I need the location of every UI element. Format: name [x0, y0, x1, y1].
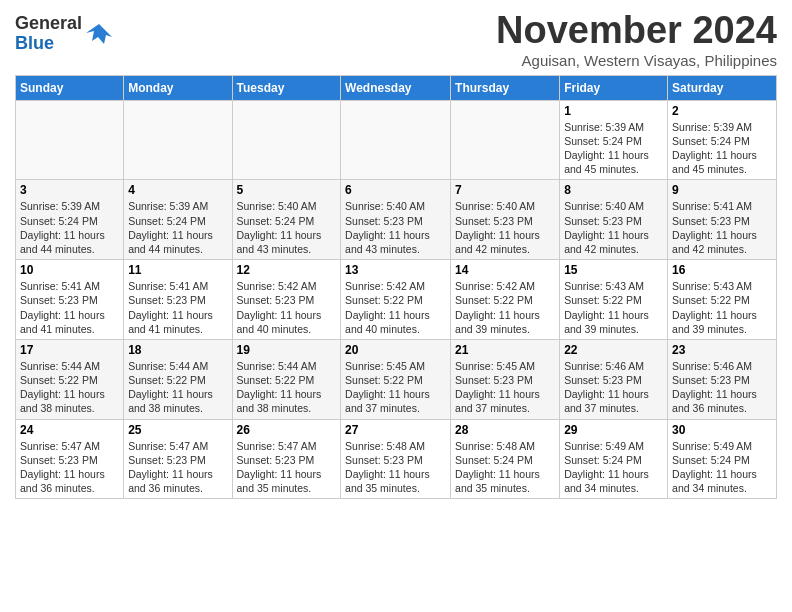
calendar-cell: 12Sunrise: 5:42 AM Sunset: 5:23 PM Dayli…	[232, 260, 341, 340]
day-info: Sunrise: 5:39 AM Sunset: 5:24 PM Dayligh…	[128, 199, 227, 256]
day-number: 21	[455, 343, 555, 357]
day-number: 27	[345, 423, 446, 437]
calendar-cell: 17Sunrise: 5:44 AM Sunset: 5:22 PM Dayli…	[16, 339, 124, 419]
weekday-header-row: SundayMondayTuesdayWednesdayThursdayFrid…	[16, 75, 777, 100]
calendar-cell	[341, 100, 451, 180]
day-info: Sunrise: 5:49 AM Sunset: 5:24 PM Dayligh…	[672, 439, 772, 496]
day-info: Sunrise: 5:41 AM Sunset: 5:23 PM Dayligh…	[128, 279, 227, 336]
calendar-cell: 16Sunrise: 5:43 AM Sunset: 5:22 PM Dayli…	[668, 260, 777, 340]
calendar-week-5: 24Sunrise: 5:47 AM Sunset: 5:23 PM Dayli…	[16, 419, 777, 499]
day-number: 12	[237, 263, 337, 277]
header: General Blue November 2024 Aguisan, West…	[15, 10, 777, 69]
day-info: Sunrise: 5:47 AM Sunset: 5:23 PM Dayligh…	[237, 439, 337, 496]
day-number: 26	[237, 423, 337, 437]
calendar-cell: 24Sunrise: 5:47 AM Sunset: 5:23 PM Dayli…	[16, 419, 124, 499]
day-info: Sunrise: 5:43 AM Sunset: 5:22 PM Dayligh…	[564, 279, 663, 336]
day-number: 19	[237, 343, 337, 357]
day-info: Sunrise: 5:49 AM Sunset: 5:24 PM Dayligh…	[564, 439, 663, 496]
logo-bird-icon	[84, 19, 114, 49]
day-info: Sunrise: 5:45 AM Sunset: 5:23 PM Dayligh…	[455, 359, 555, 416]
calendar-cell: 11Sunrise: 5:41 AM Sunset: 5:23 PM Dayli…	[124, 260, 232, 340]
day-info: Sunrise: 5:47 AM Sunset: 5:23 PM Dayligh…	[128, 439, 227, 496]
svg-marker-0	[86, 24, 112, 44]
logo-general: General	[15, 13, 82, 33]
logo: General Blue	[15, 14, 114, 54]
calendar-body: 1Sunrise: 5:39 AM Sunset: 5:24 PM Daylig…	[16, 100, 777, 498]
calendar-cell: 18Sunrise: 5:44 AM Sunset: 5:22 PM Dayli…	[124, 339, 232, 419]
day-number: 13	[345, 263, 446, 277]
calendar-cell: 15Sunrise: 5:43 AM Sunset: 5:22 PM Dayli…	[560, 260, 668, 340]
day-info: Sunrise: 5:40 AM Sunset: 5:23 PM Dayligh…	[564, 199, 663, 256]
day-info: Sunrise: 5:42 AM Sunset: 5:22 PM Dayligh…	[345, 279, 446, 336]
calendar-cell: 27Sunrise: 5:48 AM Sunset: 5:23 PM Dayli…	[341, 419, 451, 499]
day-number: 3	[20, 183, 119, 197]
day-number: 5	[237, 183, 337, 197]
title-area: November 2024 Aguisan, Western Visayas, …	[496, 10, 777, 69]
day-number: 18	[128, 343, 227, 357]
day-info: Sunrise: 5:48 AM Sunset: 5:23 PM Dayligh…	[345, 439, 446, 496]
day-number: 8	[564, 183, 663, 197]
day-number: 25	[128, 423, 227, 437]
calendar-cell: 30Sunrise: 5:49 AM Sunset: 5:24 PM Dayli…	[668, 419, 777, 499]
calendar-cell: 4Sunrise: 5:39 AM Sunset: 5:24 PM Daylig…	[124, 180, 232, 260]
month-title: November 2024	[496, 10, 777, 52]
day-info: Sunrise: 5:45 AM Sunset: 5:22 PM Dayligh…	[345, 359, 446, 416]
day-info: Sunrise: 5:44 AM Sunset: 5:22 PM Dayligh…	[20, 359, 119, 416]
day-info: Sunrise: 5:40 AM Sunset: 5:23 PM Dayligh…	[455, 199, 555, 256]
calendar-header: SundayMondayTuesdayWednesdayThursdayFrid…	[16, 75, 777, 100]
calendar-cell: 22Sunrise: 5:46 AM Sunset: 5:23 PM Dayli…	[560, 339, 668, 419]
calendar-cell	[232, 100, 341, 180]
day-info: Sunrise: 5:46 AM Sunset: 5:23 PM Dayligh…	[564, 359, 663, 416]
day-number: 22	[564, 343, 663, 357]
day-number: 2	[672, 104, 772, 118]
calendar-cell: 13Sunrise: 5:42 AM Sunset: 5:22 PM Dayli…	[341, 260, 451, 340]
calendar-cell: 9Sunrise: 5:41 AM Sunset: 5:23 PM Daylig…	[668, 180, 777, 260]
day-info: Sunrise: 5:42 AM Sunset: 5:22 PM Dayligh…	[455, 279, 555, 336]
day-number: 10	[20, 263, 119, 277]
calendar-week-2: 3Sunrise: 5:39 AM Sunset: 5:24 PM Daylig…	[16, 180, 777, 260]
calendar-cell: 21Sunrise: 5:45 AM Sunset: 5:23 PM Dayli…	[451, 339, 560, 419]
weekday-header-monday: Monday	[124, 75, 232, 100]
calendar-cell: 14Sunrise: 5:42 AM Sunset: 5:22 PM Dayli…	[451, 260, 560, 340]
day-number: 11	[128, 263, 227, 277]
day-number: 28	[455, 423, 555, 437]
day-info: Sunrise: 5:44 AM Sunset: 5:22 PM Dayligh…	[237, 359, 337, 416]
calendar-cell: 1Sunrise: 5:39 AM Sunset: 5:24 PM Daylig…	[560, 100, 668, 180]
weekday-header-tuesday: Tuesday	[232, 75, 341, 100]
calendar-cell: 20Sunrise: 5:45 AM Sunset: 5:22 PM Dayli…	[341, 339, 451, 419]
calendar-cell: 10Sunrise: 5:41 AM Sunset: 5:23 PM Dayli…	[16, 260, 124, 340]
day-number: 9	[672, 183, 772, 197]
calendar-cell: 28Sunrise: 5:48 AM Sunset: 5:24 PM Dayli…	[451, 419, 560, 499]
calendar-cell: 26Sunrise: 5:47 AM Sunset: 5:23 PM Dayli…	[232, 419, 341, 499]
calendar-week-3: 10Sunrise: 5:41 AM Sunset: 5:23 PM Dayli…	[16, 260, 777, 340]
logo-text: General Blue	[15, 14, 82, 54]
day-info: Sunrise: 5:42 AM Sunset: 5:23 PM Dayligh…	[237, 279, 337, 336]
day-info: Sunrise: 5:43 AM Sunset: 5:22 PM Dayligh…	[672, 279, 772, 336]
day-number: 17	[20, 343, 119, 357]
weekday-header-saturday: Saturday	[668, 75, 777, 100]
weekday-header-wednesday: Wednesday	[341, 75, 451, 100]
day-number: 6	[345, 183, 446, 197]
day-info: Sunrise: 5:39 AM Sunset: 5:24 PM Dayligh…	[672, 120, 772, 177]
calendar-week-4: 17Sunrise: 5:44 AM Sunset: 5:22 PM Dayli…	[16, 339, 777, 419]
day-number: 7	[455, 183, 555, 197]
day-number: 20	[345, 343, 446, 357]
day-info: Sunrise: 5:48 AM Sunset: 5:24 PM Dayligh…	[455, 439, 555, 496]
calendar-table: SundayMondayTuesdayWednesdayThursdayFrid…	[15, 75, 777, 499]
day-number: 24	[20, 423, 119, 437]
calendar-cell: 2Sunrise: 5:39 AM Sunset: 5:24 PM Daylig…	[668, 100, 777, 180]
day-info: Sunrise: 5:39 AM Sunset: 5:24 PM Dayligh…	[20, 199, 119, 256]
day-number: 23	[672, 343, 772, 357]
calendar-week-1: 1Sunrise: 5:39 AM Sunset: 5:24 PM Daylig…	[16, 100, 777, 180]
day-number: 15	[564, 263, 663, 277]
day-info: Sunrise: 5:41 AM Sunset: 5:23 PM Dayligh…	[672, 199, 772, 256]
day-number: 4	[128, 183, 227, 197]
day-info: Sunrise: 5:40 AM Sunset: 5:23 PM Dayligh…	[345, 199, 446, 256]
location-subtitle: Aguisan, Western Visayas, Philippines	[496, 52, 777, 69]
calendar-cell: 5Sunrise: 5:40 AM Sunset: 5:24 PM Daylig…	[232, 180, 341, 260]
calendar-cell: 29Sunrise: 5:49 AM Sunset: 5:24 PM Dayli…	[560, 419, 668, 499]
day-info: Sunrise: 5:40 AM Sunset: 5:24 PM Dayligh…	[237, 199, 337, 256]
calendar-cell: 25Sunrise: 5:47 AM Sunset: 5:23 PM Dayli…	[124, 419, 232, 499]
calendar-cell: 6Sunrise: 5:40 AM Sunset: 5:23 PM Daylig…	[341, 180, 451, 260]
calendar-cell	[451, 100, 560, 180]
